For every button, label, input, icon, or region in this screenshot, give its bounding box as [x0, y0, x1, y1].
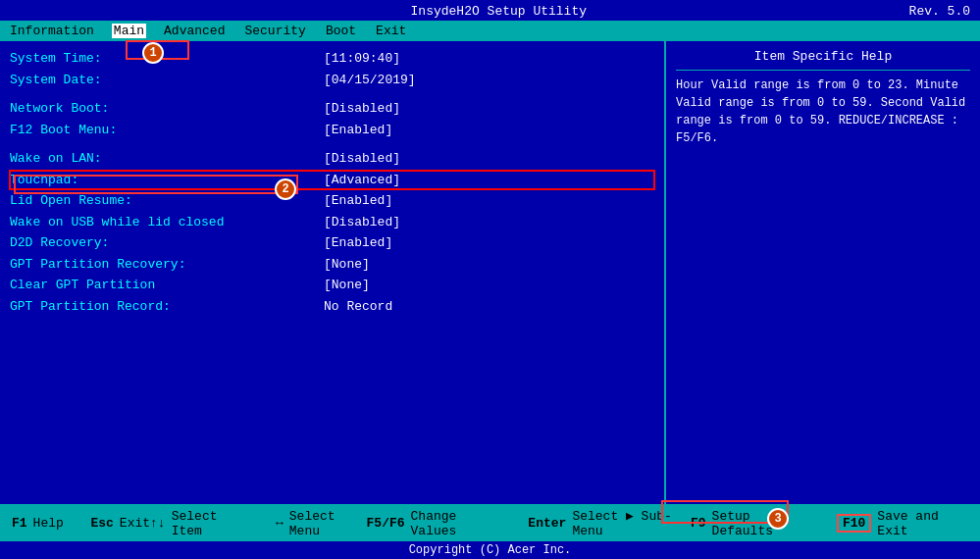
left-panel: System Time: [11:09:40] System Date: [04…: [0, 41, 666, 504]
footer: F1 Help Esc Exit ↑↓ Select Item ↔ Select…: [0, 504, 980, 559]
app-title: InsydeH2O Setup Utility: [88, 4, 909, 19]
key-f10[interactable]: F10: [837, 514, 871, 533]
help-text: Hour Valid range is from 0 to 23. Minute…: [676, 76, 970, 147]
menu-boot[interactable]: Boot: [324, 24, 358, 38]
label-network-boot: Network Boot:: [10, 99, 324, 119]
footer-top: F1 Help Esc Exit ↑↓ Select Item ↔ Select…: [0, 505, 980, 541]
key-esc: Esc: [90, 516, 113, 531]
badge-3: 3: [767, 508, 789, 530]
menu-information[interactable]: Information: [8, 24, 96, 38]
label-save-exit: Save and Exit: [877, 509, 968, 538]
key-updown: ↑↓: [150, 516, 166, 531]
revision: Rev. 5.0: [909, 4, 970, 19]
title-bar: InsydeH2O Setup Utility Rev. 5.0: [0, 0, 980, 21]
main-content: System Time: [11:09:40] System Date: [04…: [0, 41, 980, 504]
menu-main[interactable]: Main: [112, 24, 146, 38]
label-setup-defaults: Setup Defaults: [712, 509, 810, 538]
label-system-time: System Time:: [10, 49, 324, 69]
label-select-item: Select Item: [172, 509, 249, 538]
menu-security[interactable]: Security: [242, 24, 307, 38]
label-gpt-partition-record: GPT Partition Record:: [10, 297, 324, 317]
bios-screen: 1 2 3 InsydeH2O Setup Utility Rev. 5.0 I…: [0, 0, 980, 559]
footer-copyright: Copyright (C) Acer Inc.: [0, 541, 980, 559]
footer-change: F5/F6 Change Values Enter Select ▶ Sub-M…: [367, 508, 691, 538]
row-lid-open-resume[interactable]: Lid Open Resume: [Enabled]: [10, 191, 654, 211]
row-wake-usb[interactable]: Wake on USB while lid closed [Disabled]: [10, 213, 654, 232]
value-f12-boot: [Enabled]: [324, 121, 392, 140]
help-title: Item Specific Help: [676, 49, 970, 64]
value-wake-usb: [Disabled]: [324, 213, 400, 232]
badge-1: 1: [142, 42, 164, 64]
label-d2d-recovery: D2D Recovery:: [10, 233, 324, 253]
value-system-time: [11:09:40]: [324, 49, 400, 69]
row-d2d-recovery[interactable]: D2D Recovery: [Enabled]: [10, 233, 654, 253]
row-system-date[interactable]: System Date: [04/15/2019]: [10, 71, 654, 90]
key-f5f6: F5/F6: [367, 516, 405, 531]
row-f12-boot[interactable]: F12 Boot Menu: [Enabled]: [10, 121, 654, 140]
row-system-time[interactable]: System Time: [11:09:40]: [10, 49, 654, 69]
row-clear-gpt[interactable]: Clear GPT Partition [None]: [10, 276, 654, 295]
key-f9: F9: [691, 516, 706, 531]
help-divider: [676, 70, 970, 71]
value-touchpad: [Advanced]: [324, 171, 400, 190]
value-gpt-partition-recovery: [None]: [324, 255, 370, 275]
label-sub-menu: Select ▶ Sub-Menu: [572, 508, 691, 538]
badge-2: 2: [275, 178, 296, 200]
menu-advanced[interactable]: Advanced: [162, 24, 227, 38]
row-wake-lan[interactable]: Wake on LAN: [Disabled]: [10, 149, 654, 169]
key-f1: F1: [12, 516, 27, 531]
label-gpt-partition-recovery: GPT Partition Recovery:: [10, 255, 324, 275]
row-gpt-partition-recovery[interactable]: GPT Partition Recovery: [None]: [10, 255, 654, 275]
value-lid-open-resume: [Enabled]: [324, 191, 392, 211]
label-exit-footer: Exit: [120, 516, 150, 531]
row-touchpad[interactable]: Touchpad: [Advanced]: [10, 171, 654, 190]
menu-exit[interactable]: Exit: [374, 24, 408, 38]
value-gpt-partition-record: No Record: [324, 297, 392, 317]
value-system-date: [04/15/2019]: [324, 71, 416, 90]
label-wake-lan: Wake on LAN:: [10, 149, 324, 169]
value-clear-gpt: [None]: [324, 276, 370, 295]
key-leftright: ↔: [276, 516, 284, 531]
right-panel: Item Specific Help Hour Valid range is f…: [666, 41, 980, 504]
label-f12-boot: F12 Boot Menu:: [10, 121, 324, 140]
value-d2d-recovery: [Enabled]: [324, 233, 392, 253]
title-spacer: [10, 4, 88, 19]
footer-save: F9 Setup Defaults F10 Save and Exit: [691, 508, 968, 538]
label-wake-usb: Wake on USB while lid closed: [10, 213, 324, 232]
row-gpt-partition-record[interactable]: GPT Partition Record: No Record: [10, 297, 654, 317]
label-help: Help: [33, 516, 64, 531]
label-change-values: Change Values: [411, 509, 501, 538]
footer-f1: F1 Help Esc Exit: [12, 508, 150, 538]
value-network-boot: [Disabled]: [324, 99, 400, 119]
label-clear-gpt: Clear GPT Partition: [10, 276, 324, 295]
value-wake-lan: [Disabled]: [324, 149, 400, 169]
label-select-menu: Select Menu: [289, 509, 367, 538]
key-enter: Enter: [528, 516, 566, 531]
label-system-date: System Date:: [10, 71, 324, 90]
menu-bar: Information Main Advanced Security Boot …: [0, 21, 980, 41]
footer-nav: ↑↓ Select Item ↔ Select Menu: [150, 508, 366, 538]
row-network-boot[interactable]: Network Boot: [Disabled]: [10, 99, 654, 119]
